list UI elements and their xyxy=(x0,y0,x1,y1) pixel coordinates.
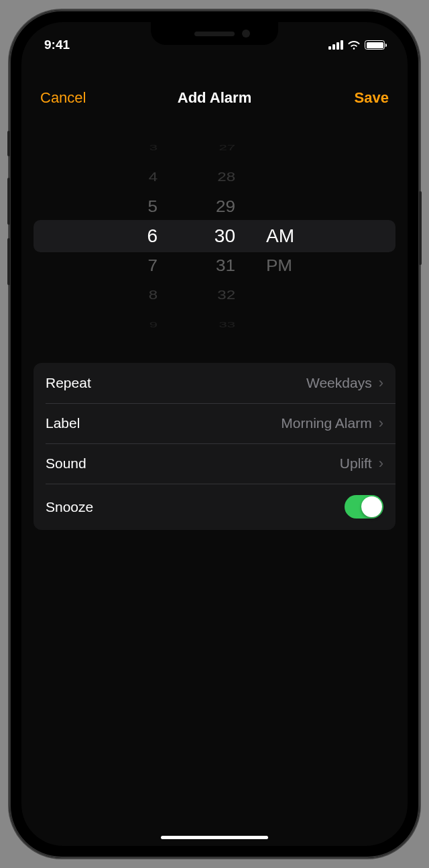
cellular-signal-icon xyxy=(328,40,343,50)
hour-option[interactable]: 7 xyxy=(148,252,158,279)
minute-option[interactable]: 33 xyxy=(219,317,235,332)
sound-row[interactable]: Sound Uplift › xyxy=(34,443,395,484)
label-row[interactable]: Label Morning Alarm › xyxy=(34,403,395,443)
notch xyxy=(151,22,278,45)
minute-picker-column[interactable]: 27 28 29 30 31 32 33 xyxy=(178,132,251,340)
minute-option[interactable]: 31 xyxy=(216,252,235,279)
repeat-value: Weekdays xyxy=(306,375,372,391)
ampm-picker-column[interactable]: AM PM xyxy=(251,132,332,340)
minute-option[interactable]: 29 xyxy=(216,193,235,220)
hour-option[interactable]: 9 xyxy=(149,317,158,332)
label-value: Morning Alarm xyxy=(281,415,371,431)
hour-option[interactable]: 4 xyxy=(149,166,158,188)
snooze-label: Snooze xyxy=(46,499,93,515)
power-button xyxy=(419,191,422,265)
minute-option[interactable]: 28 xyxy=(217,166,235,188)
label-label: Label xyxy=(46,415,80,431)
phone-frame: 9:41 Cancel Add Alarm Save xyxy=(9,10,420,858)
sound-value: Uplift xyxy=(340,455,372,472)
hour-option[interactable]: 8 xyxy=(149,284,158,307)
minute-option[interactable]: 27 xyxy=(219,140,235,155)
front-camera xyxy=(242,30,250,38)
screen: 9:41 Cancel Add Alarm Save xyxy=(21,22,408,846)
repeat-label: Repeat xyxy=(46,375,91,391)
navigation-bar: Cancel Add Alarm Save xyxy=(21,58,408,115)
page-title: Add Alarm xyxy=(178,89,251,107)
status-indicators xyxy=(328,40,385,50)
sound-label: Sound xyxy=(46,455,86,472)
hour-picker-column[interactable]: 3 4 5 6 7 8 9 xyxy=(97,132,178,340)
volume-up-button xyxy=(7,178,10,225)
ampm-selected[interactable]: AM xyxy=(266,221,294,251)
toggle-knob xyxy=(361,496,382,517)
snooze-row: Snooze xyxy=(34,484,395,530)
save-button[interactable]: Save xyxy=(328,89,389,107)
chevron-right-icon: › xyxy=(379,455,383,472)
chevron-right-icon: › xyxy=(379,415,383,432)
hour-selected[interactable]: 6 xyxy=(147,221,158,251)
minute-option[interactable]: 32 xyxy=(217,284,235,307)
snooze-toggle[interactable] xyxy=(345,495,383,519)
alarm-settings-list: Repeat Weekdays › Label Morning Alarm › … xyxy=(34,363,395,530)
battery-icon xyxy=(365,40,385,50)
home-indicator[interactable] xyxy=(161,836,268,839)
wifi-icon xyxy=(348,40,360,50)
cancel-button[interactable]: Cancel xyxy=(40,89,101,107)
silent-switch xyxy=(7,131,10,156)
ampm-option[interactable]: PM xyxy=(266,252,292,279)
status-time: 9:41 xyxy=(44,38,70,52)
minute-selected[interactable]: 30 xyxy=(214,221,235,251)
hour-option[interactable]: 5 xyxy=(148,193,158,220)
time-picker[interactable]: 3 4 5 6 7 8 9 27 28 29 30 31 32 33 xyxy=(34,132,395,340)
repeat-row[interactable]: Repeat Weekdays › xyxy=(34,363,395,403)
hour-option[interactable]: 3 xyxy=(149,140,158,155)
speaker-grille xyxy=(194,32,235,36)
volume-down-button xyxy=(7,238,10,285)
chevron-right-icon: › xyxy=(379,374,383,392)
